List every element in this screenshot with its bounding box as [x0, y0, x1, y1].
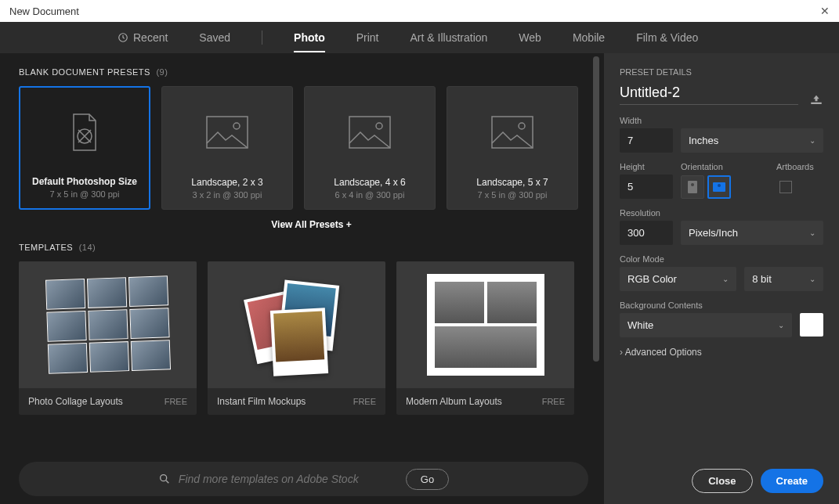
presets-panel: BLANK DOCUMENT PRESETS (9) Default Photo…	[0, 53, 604, 504]
preset-card[interactable]: Landscape, 4 x 66 x 4 in @ 300 ppi	[304, 86, 436, 210]
artboards-checkbox[interactable]	[779, 181, 792, 193]
svg-point-3	[233, 123, 240, 129]
stock-search-input[interactable]	[179, 473, 398, 485]
orientation-portrait[interactable]	[681, 175, 704, 199]
color-mode-select[interactable]: RGB Color⌄	[620, 267, 736, 291]
template-thumbnail	[19, 261, 197, 388]
resolution-label: Resolution	[620, 208, 823, 218]
chevron-down-icon: ⌄	[778, 321, 784, 329]
width-unit-select[interactable]: Inches⌄	[681, 128, 823, 153]
preset-details-label: PRESET DETAILS	[620, 67, 823, 77]
resolution-unit-select[interactable]: Pixels/Inch⌄	[681, 221, 823, 245]
chevron-down-icon: ⌄	[809, 136, 815, 145]
save-preset-icon[interactable]	[809, 94, 823, 105]
template-card[interactable]: Modern Album LayoutsFREE	[396, 261, 574, 415]
search-icon	[158, 473, 171, 485]
background-swatch[interactable]	[800, 313, 823, 337]
file-icon	[69, 88, 100, 176]
clock-icon	[118, 32, 128, 43]
close-button[interactable]: Close	[692, 469, 752, 493]
svg-rect-9	[688, 181, 697, 193]
template-price: FREE	[165, 397, 187, 406]
window-title: New Document	[9, 5, 79, 17]
resolution-input[interactable]	[620, 221, 673, 245]
artboards-label: Artboards	[776, 162, 823, 171]
close-icon[interactable]: ✕	[814, 5, 836, 17]
template-price: FREE	[542, 397, 565, 406]
color-mode-label: Color Mode	[620, 254, 823, 264]
tab-separator	[262, 31, 262, 45]
details-panel: PRESET DETAILS Untitled-2 Width Inches⌄ …	[604, 53, 839, 504]
svg-point-7	[519, 123, 525, 129]
stock-search-bar: Go	[19, 462, 588, 496]
svg-point-5	[376, 123, 382, 129]
tab-saved[interactable]: Saved	[199, 23, 230, 52]
templates-header: TEMPLATES (14)	[19, 243, 604, 252]
tab-print[interactable]: Print	[356, 23, 379, 52]
template-name: Instant Film Mockups	[217, 396, 306, 407]
tab-mobile[interactable]: Mobile	[573, 23, 605, 52]
height-input[interactable]	[620, 175, 673, 199]
preset-card[interactable]: Landscape, 2 x 33 x 2 in @ 300 ppi	[161, 86, 293, 210]
width-label: Width	[620, 116, 823, 125]
width-input[interactable]	[620, 128, 673, 153]
preset-name: Landscape, 5 x 7	[476, 177, 548, 188]
template-price: FREE	[353, 397, 376, 406]
background-select[interactable]: White⌄	[620, 313, 792, 337]
tab-film[interactable]: Film & Video	[636, 23, 698, 52]
bit-depth-select[interactable]: 8 bit⌄	[744, 267, 823, 291]
create-button[interactable]: Create	[761, 469, 823, 493]
template-thumbnail	[208, 261, 385, 388]
preset-name: Landscape, 4 x 6	[334, 177, 405, 188]
template-name: Modern Album Layouts	[406, 396, 502, 407]
tab-web[interactable]: Web	[519, 23, 541, 52]
preset-name: Landscape, 2 x 3	[191, 177, 262, 188]
height-label: Height	[620, 162, 673, 171]
preset-card[interactable]: Default Photoshop Size7 x 5 in @ 300 ppi	[19, 86, 150, 210]
preset-dimensions: 6 x 4 in @ 300 ppi	[335, 190, 405, 200]
template-card[interactable]: Photo Collage LayoutsFREE	[19, 261, 197, 415]
tab-art[interactable]: Art & Illustration	[410, 23, 488, 52]
preset-dimensions: 3 x 2 in @ 300 ppi	[193, 190, 262, 200]
chevron-down-icon: ⌄	[722, 275, 729, 283]
go-button[interactable]: Go	[406, 469, 449, 490]
background-label: Background Contents	[620, 301, 823, 310]
tab-photo[interactable]: Photo	[294, 23, 325, 52]
chevron-down-icon: ⌄	[809, 229, 815, 237]
template-card[interactable]: Instant Film MockupsFREE	[208, 261, 385, 415]
image-icon	[205, 87, 249, 177]
template-name: Photo Collage Layouts	[28, 396, 123, 407]
svg-point-8	[160, 475, 166, 481]
document-name-input[interactable]: Untitled-2	[620, 85, 798, 105]
preset-card[interactable]: Landscape, 5 x 77 x 5 in @ 300 ppi	[447, 86, 578, 210]
preset-name: Default Photoshop Size	[32, 176, 137, 187]
advanced-options-toggle[interactable]: Advanced Options	[620, 347, 823, 358]
chevron-down-icon: ⌄	[809, 275, 815, 283]
image-icon	[348, 87, 392, 177]
tab-label: Recent	[133, 31, 168, 44]
tab-recent[interactable]: Recent	[118, 23, 168, 52]
view-all-presets[interactable]: View All Presets +	[19, 219, 604, 230]
presets-header: BLANK DOCUMENT PRESETS (9)	[19, 67, 604, 77]
scrollbar[interactable]	[593, 56, 601, 501]
titlebar: New Document ✕	[0, 0, 839, 22]
image-icon	[490, 87, 534, 177]
category-tabs: Recent Saved Photo Print Art & Illustrat…	[0, 22, 839, 53]
preset-dimensions: 7 x 5 in @ 300 ppi	[478, 190, 548, 200]
template-thumbnail	[396, 261, 574, 388]
svg-point-12	[718, 184, 721, 187]
orientation-landscape[interactable]	[707, 175, 731, 199]
orientation-label: Orientation	[681, 162, 768, 171]
plus-icon: +	[346, 219, 352, 230]
svg-point-10	[691, 183, 694, 186]
preset-dimensions: 7 x 5 in @ 300 ppi	[50, 189, 120, 199]
